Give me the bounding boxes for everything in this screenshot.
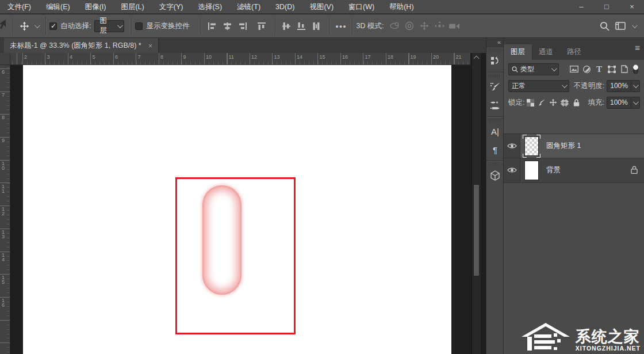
- ruler-label: 20: [433, 54, 439, 60]
- distribute-vertical-icon[interactable]: [309, 18, 324, 33]
- brushes-panel-icon[interactable]: [486, 96, 504, 115]
- panel-menu-icon[interactable]: ≡: [635, 43, 640, 52]
- menu-item[interactable]: 图层(L): [113, 0, 151, 14]
- scroll-up-icon[interactable]: [474, 56, 480, 62]
- show-transform-checkbox[interactable]: [135, 22, 143, 30]
- layer-row-rounded-rectangle[interactable]: 圆角矩形 1: [504, 134, 644, 158]
- filter-shape-layers-icon[interactable]: [605, 63, 618, 75]
- layer-row-background[interactable]: 背景: [504, 158, 644, 182]
- window-controls: – □ ×: [574, 0, 639, 14]
- fill-chevron-icon[interactable]: [631, 97, 640, 109]
- brush-settings-panel-icon[interactable]: [486, 78, 504, 96]
- filter-type-value: 类型: [520, 64, 534, 74]
- ruler-label: 15: [320, 54, 325, 60]
- scrollbar-thumb[interactable]: [473, 184, 480, 276]
- workspace-switcher-icon[interactable]: [613, 18, 628, 33]
- close-button[interactable]: ×: [624, 0, 639, 14]
- ruler-label: 16: [2, 298, 6, 307]
- opacity-chevron-icon[interactable]: [631, 80, 640, 92]
- lock-transparent-pixels-icon[interactable]: [524, 97, 536, 108]
- show-transform-label: 显示变换控件: [146, 21, 189, 31]
- filter-adjustment-layers-icon[interactable]: [580, 63, 593, 75]
- tab-paths[interactable]: 路径: [560, 44, 588, 60]
- menu-item[interactable]: 滤镜(T): [229, 0, 268, 14]
- vertical-scrollbar[interactable]: [471, 53, 481, 354]
- paragraph-panel-icon[interactable]: ¶: [486, 140, 504, 159]
- visibility-cell[interactable]: [504, 158, 520, 182]
- menu-item[interactable]: 文字(Y): [152, 0, 191, 14]
- filter-type-layers-icon[interactable]: T: [593, 63, 605, 75]
- auto-select-checkbox[interactable]: [49, 22, 57, 30]
- 3d-slide-icon[interactable]: [432, 18, 447, 33]
- menu-item[interactable]: 文件(F): [0, 0, 39, 14]
- layer-thumbnail[interactable]: [523, 159, 540, 181]
- menu-item[interactable]: 图像(I): [78, 0, 114, 14]
- maximize-button[interactable]: □: [599, 0, 614, 14]
- filter-pixel-layers-icon[interactable]: [568, 63, 580, 75]
- ruler-label: 2: [24, 54, 27, 60]
- tab-close-icon[interactable]: ×: [148, 41, 153, 50]
- lock-image-pixels-icon[interactable]: [536, 97, 547, 108]
- workspace-chevron-icon[interactable]: [632, 22, 638, 28]
- history-panel-icon[interactable]: [486, 52, 504, 70]
- ruler-label: 4: [70, 54, 72, 60]
- ruler-label: 8: [2, 115, 6, 120]
- filter-type-dropdown[interactable]: 类型: [508, 63, 559, 75]
- menu-item[interactable]: 3D(D): [268, 0, 302, 14]
- align-left-edges-icon[interactable]: [205, 18, 220, 33]
- ruler-label: 14: [2, 253, 6, 262]
- align-horizontal-centers-icon[interactable]: [220, 18, 235, 33]
- filter-smart-objects-icon[interactable]: [618, 63, 631, 75]
- ruler-label: 9: [2, 138, 6, 143]
- ruler-label: 13: [274, 54, 280, 60]
- canvas-viewport[interactable]: [10, 65, 471, 354]
- eye-icon: [507, 143, 517, 149]
- 3d-pan-icon[interactable]: [417, 18, 432, 33]
- fill-field[interactable]: 100%: [607, 97, 631, 109]
- search-icon[interactable]: [597, 18, 612, 33]
- character-panel-icon[interactable]: A|: [486, 122, 504, 140]
- expand-panels-button[interactable]: «: [486, 38, 503, 47]
- layer-thumbnail[interactable]: [523, 135, 540, 157]
- menu-item[interactable]: 视图(V): [302, 0, 341, 14]
- align-bottom-edges-icon[interactable]: [294, 18, 309, 33]
- tab-channels[interactable]: 通道: [532, 44, 560, 60]
- layers-panel-group: 图层 通道 路径 ≡ 类型 T: [503, 38, 644, 354]
- filter-on-off-toggle[interactable]: [631, 63, 640, 75]
- pasteboard-gap: [481, 53, 486, 354]
- align-top-edges-icon[interactable]: [254, 18, 269, 33]
- 3d-orbit-icon[interactable]: [387, 18, 402, 33]
- move-tool-icon[interactable]: [17, 18, 32, 33]
- align-right-edges-icon[interactable]: [235, 18, 250, 33]
- more-align-options-icon[interactable]: •••: [334, 18, 348, 33]
- tab-layers[interactable]: 图层: [504, 44, 532, 60]
- 3d-panel-icon[interactable]: [486, 166, 504, 185]
- menu-item[interactable]: 帮助(H): [382, 0, 421, 14]
- blend-mode-dropdown[interactable]: 正常: [508, 80, 569, 92]
- lock-all-icon[interactable]: [570, 97, 582, 108]
- blend-mode-row: 正常 不透明度: 100%: [504, 77, 644, 94]
- opacity-field[interactable]: 100%: [607, 80, 631, 92]
- 3d-zoom-camera-icon[interactable]: [447, 18, 462, 33]
- 3d-roll-icon[interactable]: [402, 18, 417, 33]
- lock-position-icon[interactable]: [547, 97, 559, 108]
- document-tab[interactable]: 未标题-1 @ 33.3% (圆角矩形 1, RGB/8) * ×: [4, 38, 159, 53]
- align-vertical-centers-icon[interactable]: [279, 18, 294, 33]
- auto-select-target-dropdown[interactable]: 图层: [94, 20, 124, 32]
- layer-name[interactable]: 背景: [546, 165, 561, 175]
- opacity-value: 100%: [610, 82, 628, 90]
- ruler-label: 13: [2, 230, 6, 239]
- fill-label: 填充:: [588, 98, 604, 108]
- photoshop-window: 文件(F)编辑(E)图像(I)图层(L)文字(Y)选择(S)滤镜(T)3D(D)…: [0, 0, 644, 354]
- tool-options-chevron-icon[interactable]: [34, 22, 40, 28]
- layer-name[interactable]: 圆角矩形 1: [546, 141, 581, 151]
- menu-item[interactable]: 窗口(W): [341, 0, 382, 14]
- menu-item[interactable]: 编辑(E): [39, 0, 78, 14]
- ruler-label: 11: [2, 184, 6, 193]
- minimize-button[interactable]: –: [574, 0, 589, 14]
- menu-item[interactable]: 选择(S): [190, 0, 229, 14]
- lock-artboard-icon[interactable]: [559, 97, 570, 108]
- tool-preset-icon[interactable]: [0, 19, 6, 33]
- ruler-label: 14: [297, 54, 302, 60]
- visibility-cell[interactable]: [504, 134, 520, 158]
